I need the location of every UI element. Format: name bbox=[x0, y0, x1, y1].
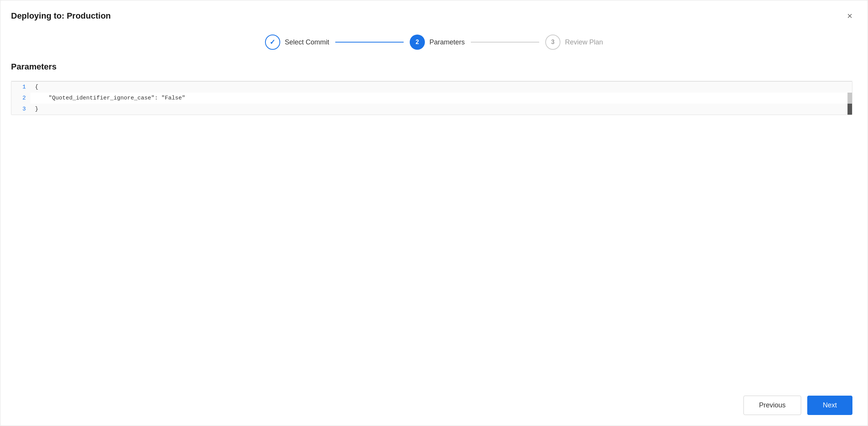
scrollbar-thumb-dark[interactable] bbox=[847, 104, 852, 115]
next-button[interactable]: Next bbox=[807, 396, 852, 415]
step-connector-2 bbox=[471, 42, 539, 43]
line-number-3: 3 bbox=[11, 104, 30, 115]
code-editor[interactable]: 1 { 2 "Quoted_identifier_ignore_case": "… bbox=[11, 81, 852, 115]
close-icon[interactable]: × bbox=[847, 11, 852, 21]
modal-footer: Previous Next bbox=[0, 388, 868, 426]
deploy-modal: Deploying to: Production × ✓ Select Comm… bbox=[0, 0, 868, 426]
line-content-3: } bbox=[30, 104, 847, 115]
line-number-1: 1 bbox=[11, 82, 30, 93]
line-content-2: "Quoted_identifier_ignore_case": "False" bbox=[30, 93, 847, 104]
modal-header: Deploying to: Production × bbox=[0, 0, 868, 28]
step-1-label: Select Commit bbox=[285, 38, 329, 46]
step-select-commit: ✓ Select Commit bbox=[265, 35, 329, 50]
line-content-1: { bbox=[30, 82, 852, 93]
step-1-circle[interactable]: ✓ bbox=[265, 35, 280, 50]
scrollbar-thumb[interactable] bbox=[847, 93, 852, 104]
stepper: ✓ Select Commit 2 Parameters 3 Review Pl… bbox=[0, 28, 868, 62]
step-3-circle[interactable]: 3 bbox=[545, 35, 560, 50]
step-2-label: Parameters bbox=[429, 38, 465, 46]
table-row: 1 { bbox=[11, 82, 852, 93]
table-row: 2 "Quoted_identifier_ignore_case": "Fals… bbox=[11, 93, 852, 104]
modal-body: Parameters 1 { 2 "Quoted_identifier_igno… bbox=[0, 62, 868, 388]
line-number-2: 2 bbox=[11, 93, 30, 104]
previous-button[interactable]: Previous bbox=[743, 396, 801, 415]
step-2-circle[interactable]: 2 bbox=[410, 35, 425, 50]
step-parameters: 2 Parameters bbox=[410, 35, 465, 50]
step-3-label: Review Plan bbox=[565, 38, 603, 46]
step-review-plan: 3 Review Plan bbox=[545, 35, 603, 50]
section-title: Parameters bbox=[11, 62, 852, 72]
table-row: 3 } bbox=[11, 104, 852, 115]
step-connector-1 bbox=[335, 42, 404, 43]
modal-title: Deploying to: Production bbox=[11, 11, 111, 21]
checkmark-icon: ✓ bbox=[270, 38, 275, 46]
